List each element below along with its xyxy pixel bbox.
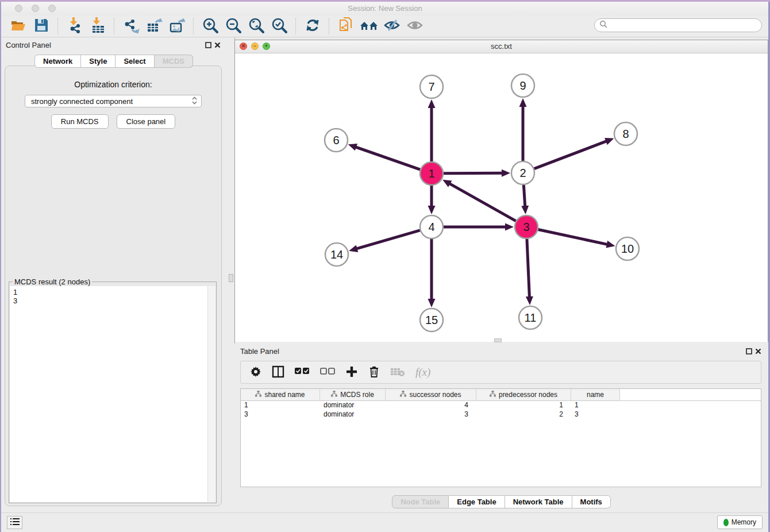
close-panel-button2[interactable]: Close panel	[117, 114, 176, 129]
cell-MCDS-role[interactable]: dominator	[320, 401, 386, 410]
table-row[interactable]: 3dominator323	[241, 410, 761, 419]
edge-1-2[interactable]	[444, 173, 503, 174]
arrowhead-4-15	[428, 299, 436, 307]
edge-1-6[interactable]	[355, 147, 420, 170]
save-session-button[interactable]	[30, 17, 53, 36]
arrowhead-2-9	[519, 98, 527, 107]
open-session-button[interactable]	[7, 17, 30, 36]
cell-MCDS-role[interactable]: dominator	[320, 410, 386, 419]
cell-shared-name[interactable]: 1	[241, 401, 320, 410]
search-field[interactable]	[594, 18, 762, 32]
export-table-button[interactable]	[143, 17, 165, 36]
zoom-selected-button[interactable]	[268, 17, 291, 36]
close-panel-button[interactable]	[213, 40, 222, 49]
control-panel: Control Panel Network Style Select MCDS …	[0, 37, 228, 513]
search-input[interactable]	[608, 21, 761, 30]
zoom-out-button[interactable]	[222, 17, 245, 36]
table-row[interactable]: 1dominator411	[241, 401, 761, 410]
cell-name[interactable]: 1	[571, 401, 620, 410]
cell-predecessor-nodes[interactable]: 2	[476, 410, 571, 419]
horizontal-splitter-handle[interactable]	[494, 338, 502, 342]
column-label: MCDS role	[340, 391, 374, 399]
select-all-button[interactable]	[295, 368, 310, 377]
edge-2-3[interactable]	[523, 185, 525, 207]
cell-successor-nodes[interactable]: 4	[386, 401, 476, 410]
arrowhead-1-7	[428, 99, 436, 108]
optimization-criterion-label: Optimization criterion:	[5, 80, 221, 89]
cell-shared-name[interactable]: 3	[241, 410, 320, 419]
float-panel-button[interactable]	[203, 40, 213, 49]
tab-mcds[interactable]: MCDS	[155, 55, 193, 68]
delete-column-button[interactable]	[368, 365, 380, 380]
refresh-button[interactable]	[301, 17, 324, 36]
tab-node-table[interactable]: Node Table	[392, 495, 449, 508]
criterion-dropdown[interactable]: strongly connected component	[25, 95, 202, 107]
column-header-predecessor-nodes[interactable]: predecessor nodes	[476, 389, 571, 400]
table-tabs: Node Table Edge Table Network Table Moti…	[234, 495, 768, 508]
application-window: Session: New Session	[0, 0, 770, 532]
export-network-button[interactable]	[120, 17, 143, 36]
column-header-MCDS-role[interactable]: MCDS role	[320, 389, 386, 400]
tab-style[interactable]: Style	[81, 55, 116, 68]
run-mcds-button[interactable]: Run MCDS	[51, 114, 109, 129]
tab-edge-table[interactable]: Edge Table	[449, 495, 505, 508]
edge-3-11[interactable]	[527, 239, 530, 298]
delete-table-button[interactable]	[390, 367, 405, 379]
control-panel-title: Control Panel	[6, 41, 203, 49]
tab-select[interactable]: Select	[116, 55, 154, 68]
add-column-button[interactable]	[345, 365, 358, 380]
node-label-1: 1	[428, 167, 434, 180]
mcds-result-text[interactable]: 1 3	[10, 286, 215, 502]
tab-motifs[interactable]: Motifs	[572, 495, 611, 508]
toolbar-separator	[57, 18, 59, 34]
column-header-shared-name[interactable]: shared name	[241, 389, 320, 400]
add-icon	[345, 365, 358, 380]
edge-3-10[interactable]	[538, 229, 608, 244]
cell-name[interactable]: 3	[571, 410, 620, 419]
select-all-icon	[295, 368, 310, 377]
deselect-all-button[interactable]	[320, 368, 335, 377]
documents-share-button[interactable]	[334, 17, 357, 36]
open-session-icon	[10, 17, 27, 36]
import-table-icon	[89, 17, 106, 36]
result-scrollbar[interactable]	[207, 286, 215, 502]
zoom-fit-button[interactable]	[245, 17, 268, 36]
cell-predecessor-nodes[interactable]: 1	[476, 401, 571, 410]
documents-share-icon	[337, 17, 355, 36]
zoom-in-button[interactable]	[199, 17, 222, 36]
column-header-successor-nodes[interactable]: successor nodes	[386, 389, 476, 400]
gear-button[interactable]	[250, 366, 261, 379]
memory-button[interactable]: Memory	[717, 515, 763, 529]
table-float-button[interactable]	[744, 346, 753, 356]
function-builder-button[interactable]: f(x)	[415, 366, 430, 379]
memory-status-icon	[723, 519, 729, 526]
import-table-button[interactable]	[86, 17, 109, 36]
network-canvas[interactable]: 7968124314101511	[235, 53, 768, 342]
network-graph[interactable]: 7968124314101511	[235, 53, 768, 342]
columns-button[interactable]	[272, 365, 284, 380]
column-header-name[interactable]: name	[571, 389, 620, 400]
column-label: successor nodes	[409, 391, 461, 399]
edge-4-14[interactable]	[356, 230, 420, 249]
tab-network-table[interactable]: Network Table	[505, 495, 572, 508]
node-label-7: 7	[428, 80, 434, 93]
tab-network[interactable]: Network	[34, 55, 81, 68]
toolbar-separator	[329, 18, 330, 34]
export-image-button[interactable]	[165, 17, 188, 36]
eye-slash-button[interactable]	[380, 17, 403, 36]
splitter-handle[interactable]	[229, 274, 233, 282]
import-network-button[interactable]	[63, 17, 86, 36]
network-window-titlebar[interactable]: ✕ − + scc.txt	[235, 40, 768, 53]
eye-button[interactable]	[403, 17, 426, 36]
table-close-button[interactable]	[753, 346, 763, 356]
cell-successor-nodes[interactable]: 3	[386, 410, 476, 419]
arrowhead-2-8	[605, 138, 614, 145]
edge-2-8[interactable]	[534, 141, 607, 168]
node-table[interactable]: shared nameMCDS rolesuccessor nodesprede…	[240, 388, 761, 487]
arrowhead-3-10	[606, 241, 615, 248]
houses-button[interactable]	[357, 17, 380, 36]
column-label: shared name	[264, 391, 305, 399]
edge-3-1[interactable]	[449, 183, 515, 221]
control-panel-tabs: Network Style Select MCDS	[0, 55, 228, 68]
task-history-button[interactable]	[7, 516, 22, 529]
